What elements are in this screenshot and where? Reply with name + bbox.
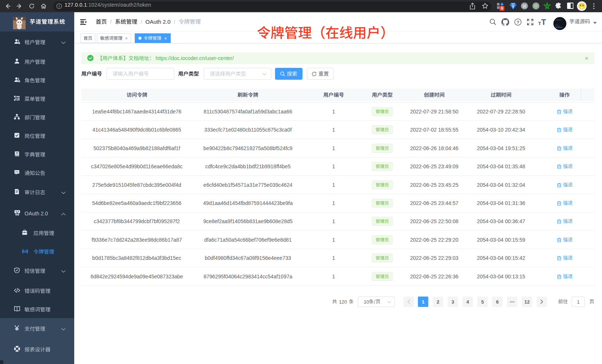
svg-text:9: 9 (501, 6, 503, 10)
svg-text:⌘: ⌘ (522, 4, 527, 9)
svg-text:?: ? (517, 20, 519, 24)
svg-text:a: a (24, 249, 26, 253)
